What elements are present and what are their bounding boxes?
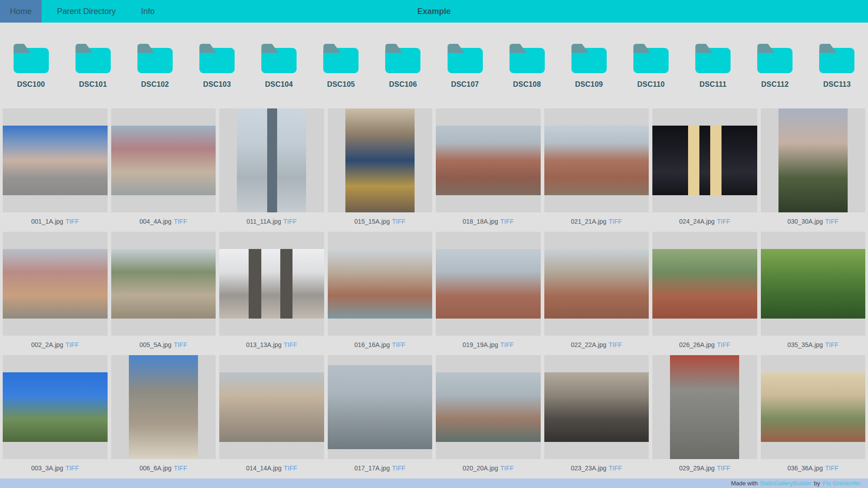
tiff-link[interactable]: TIFF <box>66 341 79 348</box>
thumbnail[interactable] <box>328 108 433 212</box>
thumbnail[interactable] <box>3 108 108 212</box>
nav-item-info[interactable]: Info <box>131 0 165 23</box>
folder-item-dsc107[interactable]: DSC107 <box>434 43 496 89</box>
tiff-link[interactable]: TIFF <box>392 465 406 472</box>
gallery-item: 035_35A.jpg TIFF <box>761 232 866 355</box>
folder-item-dsc104[interactable]: DSC104 <box>248 43 310 89</box>
thumbnail[interactable] <box>761 108 866 212</box>
gallery-item: 003_3A.jpg TIFF <box>3 355 108 479</box>
gallery-item: 013_13A.jpg TIFF <box>219 232 324 355</box>
folder-label: DSC105 <box>327 80 355 89</box>
tiff-link[interactable]: TIFF <box>392 218 406 225</box>
nav-item-home[interactable]: Home <box>0 0 42 23</box>
filename-label: 016_16A.jpg <box>354 341 390 348</box>
thumbnail[interactable] <box>111 108 216 212</box>
tiff-link[interactable]: TIFF <box>66 465 79 472</box>
folder-item-dsc102[interactable]: DSC102 <box>124 43 186 89</box>
thumbnail[interactable] <box>328 355 433 459</box>
folder-label: DSC112 <box>761 80 789 89</box>
footer-prefix: Made with <box>731 480 758 487</box>
thumbnail[interactable] <box>436 355 541 459</box>
thumbnail[interactable] <box>652 108 757 212</box>
tiff-link[interactable]: TIFF <box>717 218 731 225</box>
nav-item-parent-directory[interactable]: Parent Directory <box>47 0 126 23</box>
folder-item-dsc113[interactable]: DSC113 <box>806 43 868 89</box>
gallery-item: 005_5A.jpg TIFF <box>111 232 216 355</box>
photo-placeholder <box>761 372 866 442</box>
tiff-link[interactable]: TIFF <box>284 341 297 348</box>
staticgallerybuilder-link[interactable]: StaticGalleryBuilder <box>760 480 811 487</box>
folder-item-dsc110[interactable]: DSC110 <box>620 43 682 89</box>
thumbnail[interactable] <box>3 355 108 459</box>
thumbnail[interactable] <box>652 355 757 459</box>
photo-placeholder <box>345 108 415 212</box>
tiff-link[interactable]: TIFF <box>174 218 187 225</box>
image-caption: 011_11A.jpg TIFF <box>246 212 297 232</box>
image-caption: 005_5A.jpg TIFF <box>140 336 187 355</box>
folder-icon <box>199 48 235 73</box>
tiff-link[interactable]: TIFF <box>283 218 297 225</box>
tiff-link[interactable]: TIFF <box>609 465 622 472</box>
folder-item-dsc111[interactable]: DSC111 <box>682 43 744 89</box>
photo-placeholder <box>219 249 324 319</box>
tiff-link[interactable]: TIFF <box>717 465 731 472</box>
author-link[interactable]: Flo Greistorfer. <box>823 480 862 487</box>
tiff-link[interactable]: TIFF <box>174 341 187 348</box>
navbar: HomeParent DirectoryInfo Example <box>0 0 868 23</box>
folder-icon <box>261 48 297 73</box>
tiff-link[interactable]: TIFF <box>500 218 514 225</box>
folder-label: DSC104 <box>265 80 293 89</box>
folder-item-dsc106[interactable]: DSC106 <box>372 43 434 89</box>
thumbnail[interactable] <box>219 355 324 459</box>
thumbnail[interactable] <box>436 108 541 212</box>
thumbnail[interactable] <box>219 232 324 336</box>
gallery-item: 004_4A.jpg TIFF <box>111 108 216 232</box>
tiff-link[interactable]: TIFF <box>500 341 514 348</box>
folder-item-dsc101[interactable]: DSC101 <box>62 43 124 89</box>
folder-item-dsc100[interactable]: DSC100 <box>0 43 62 89</box>
gallery-item: 030_30A.jpg TIFF <box>761 108 866 232</box>
thumbnail[interactable] <box>544 355 649 459</box>
filename-label: 004_4A.jpg <box>140 218 172 225</box>
tiff-link[interactable]: TIFF <box>717 341 731 348</box>
thumbnail[interactable] <box>3 232 108 336</box>
thumbnail[interactable] <box>111 355 216 459</box>
folder-label: DSC103 <box>203 80 231 89</box>
gallery-item: 024_24A.jpg TIFF <box>652 108 757 232</box>
folder-item-dsc108[interactable]: DSC108 <box>496 43 558 89</box>
tiff-link[interactable]: TIFF <box>174 465 187 472</box>
tiff-link[interactable]: TIFF <box>609 341 622 348</box>
folder-item-dsc112[interactable]: DSC112 <box>744 43 806 89</box>
image-caption: 020_20A.jpg TIFF <box>462 459 514 479</box>
thumbnail[interactable] <box>761 232 866 336</box>
gallery-item: 014_14A.jpg TIFF <box>219 355 324 479</box>
tiff-link[interactable]: TIFF <box>825 465 839 472</box>
tiff-link[interactable]: TIFF <box>66 218 79 225</box>
folder-item-dsc105[interactable]: DSC105 <box>310 43 372 89</box>
filename-label: 006_6A.jpg <box>140 465 172 472</box>
thumbnail[interactable] <box>544 108 649 212</box>
thumbnail[interactable] <box>328 232 433 336</box>
thumbnail[interactable] <box>652 232 757 336</box>
filename-label: 001_1A.jpg <box>31 218 63 225</box>
thumbnail[interactable] <box>111 232 216 336</box>
tiff-link[interactable]: TIFF <box>392 341 406 348</box>
page-title: Example <box>417 0 451 23</box>
gallery-item: 016_16A.jpg TIFF <box>328 232 433 355</box>
folder-item-dsc103[interactable]: DSC103 <box>186 43 248 89</box>
gallery-item: 036_36A.jpg TIFF <box>761 355 866 479</box>
tiff-link[interactable]: TIFF <box>284 465 297 472</box>
tiff-link[interactable]: TIFF <box>609 218 622 225</box>
tiff-link[interactable]: TIFF <box>825 218 839 225</box>
thumbnail[interactable] <box>761 355 866 459</box>
folder-icon <box>448 48 483 73</box>
thumbnail[interactable] <box>436 232 541 336</box>
folder-label: DSC101 <box>79 80 107 89</box>
gallery-grid: 001_1A.jpg TIFF 004_4A.jpg TIFF 011_11A.… <box>0 108 868 479</box>
folder-item-dsc109[interactable]: DSC109 <box>558 43 620 89</box>
thumbnail[interactable] <box>219 108 324 212</box>
tiff-link[interactable]: TIFF <box>500 465 514 472</box>
tiff-link[interactable]: TIFF <box>825 341 839 348</box>
filename-label: 026_26A.jpg <box>679 341 715 348</box>
thumbnail[interactable] <box>544 232 649 336</box>
